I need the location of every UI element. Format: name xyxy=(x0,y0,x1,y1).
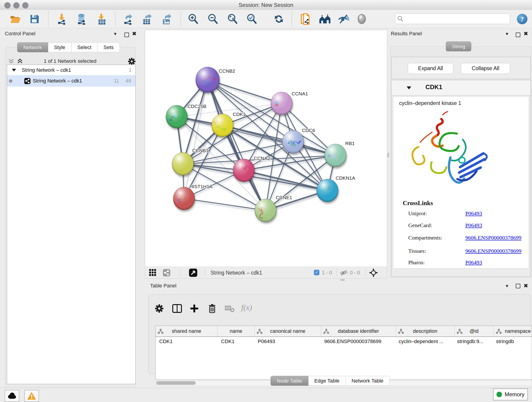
crosslink-link[interactable]: P06493 xyxy=(465,211,482,217)
table-cell[interactable]: CDK1 xyxy=(156,337,217,346)
import-network-file-icon[interactable] xyxy=(56,13,68,25)
expand-all-button[interactable]: Expand All xyxy=(408,63,453,74)
crosslink-link[interactable]: P06493 xyxy=(465,222,482,229)
tab-select[interactable]: Select xyxy=(71,42,98,52)
tab-edge-table[interactable]: Edge Table xyxy=(308,376,346,386)
horizontal-splitter-handle[interactable] xyxy=(340,279,345,281)
network-node-CCNA1[interactable] xyxy=(271,92,292,115)
panel-menu-icon[interactable]: ▼ xyxy=(113,32,117,36)
network-node-HIST1H1A[interactable] xyxy=(173,187,195,210)
panel-close-icon[interactable]: ✖ xyxy=(524,32,528,36)
selected-checkbox-icon[interactable]: ✓ xyxy=(314,270,319,275)
delete-columns-icon[interactable] xyxy=(208,304,216,313)
table-cell[interactable]: 9606.ENSP00000378699 xyxy=(321,337,395,346)
network-node-CCNB1[interactable] xyxy=(172,153,194,175)
network-node-CDKN1A[interactable] xyxy=(317,179,338,202)
zoom-in-icon[interactable] xyxy=(187,13,199,25)
panel-close-icon[interactable]: ✖ xyxy=(132,32,137,36)
network-node-CDC6[interactable] xyxy=(282,130,304,153)
search-input[interactable] xyxy=(404,13,510,24)
network-tree-root-row[interactable]: String Network – cdk1 1 xyxy=(7,65,135,75)
column-header-description[interactable]: description xyxy=(396,326,455,337)
zoom-selected-icon[interactable] xyxy=(246,13,258,25)
tree-expand-icon[interactable] xyxy=(12,68,17,72)
function-builder-icon[interactable]: f(x) xyxy=(241,303,252,312)
warning-button[interactable] xyxy=(24,390,39,402)
network-node-CDK1[interactable] xyxy=(212,114,233,137)
panel-close-icon[interactable]: ✖ xyxy=(524,283,528,288)
create-column-icon[interactable] xyxy=(190,304,199,313)
refresh-icon[interactable] xyxy=(273,13,285,25)
tab-node-table[interactable]: Node Table xyxy=(271,376,308,386)
collapse-all-button[interactable]: Collapse All xyxy=(461,63,510,74)
node-label-CCNA1: CCNA1 xyxy=(292,91,308,96)
table-cell[interactable]: stringdb:9... xyxy=(453,337,492,346)
tab-style[interactable]: Style xyxy=(48,42,71,52)
string-home-icon[interactable] xyxy=(319,13,330,25)
crosslink-link[interactable]: 9606.ENSP00000378699 xyxy=(465,235,521,241)
network-node-RB1[interactable] xyxy=(325,144,346,167)
column-header-id[interactable]: @id xyxy=(455,326,494,337)
column-header-namespace[interactable]: namespace xyxy=(494,326,532,337)
save-session-icon[interactable] xyxy=(29,13,40,25)
zoom-out-icon[interactable] xyxy=(207,13,219,25)
table-settings-gear-icon[interactable] xyxy=(155,304,164,313)
network-node-CDC25B[interactable] xyxy=(166,105,187,128)
column-header-sharedname[interactable]: shared name xyxy=(156,326,218,337)
tab-network[interactable]: Network xyxy=(17,42,48,52)
export-network-icon[interactable] xyxy=(122,13,134,25)
hide-selected-icon[interactable] xyxy=(338,13,349,25)
node-label-CDK1: CDK1 xyxy=(233,112,246,117)
birdseye-navigator-icon[interactable] xyxy=(369,268,378,277)
zoom-fit-icon[interactable] xyxy=(227,13,238,25)
column-header-name[interactable]: name xyxy=(218,326,254,337)
panel-float-icon[interactable] xyxy=(516,284,520,288)
network-tree-child-row[interactable]: String Network – cdk1 11 48 xyxy=(7,75,135,87)
column-header-canonicalname[interactable]: canonical name xyxy=(254,326,321,337)
network-canvas[interactable]: CCNB2CCNA1CDC25BCDK1CDC6RB1CCNB1CCNA2CDK… xyxy=(145,30,387,267)
memory-button[interactable]: Memory xyxy=(493,389,528,400)
panel-menu-icon[interactable]: ▼ xyxy=(505,32,509,36)
import-network-database-icon[interactable] xyxy=(76,13,88,25)
table-cell[interactable]: stringdb xyxy=(492,337,532,346)
table-row[interactable]: CDK1CDK1P064939606.ENSP00000378699cyclin… xyxy=(156,337,532,346)
tab-network-table[interactable]: Network Table xyxy=(346,376,390,386)
network-edge-CCNE1-HIST1H1A[interactable] xyxy=(184,198,266,211)
collapse-entry-icon[interactable] xyxy=(406,86,412,90)
import-table-icon[interactable] xyxy=(96,13,108,25)
vertical-splitter-handle[interactable] xyxy=(387,153,389,157)
network-edge-CCNB2-CCNE1[interactable] xyxy=(208,80,266,211)
export-table-icon[interactable] xyxy=(142,13,153,25)
panel-float-icon[interactable] xyxy=(516,32,520,37)
network-node-CCNB2[interactable] xyxy=(196,67,220,93)
grid-view-icon[interactable] xyxy=(149,269,157,276)
network-node-CCNE1[interactable] xyxy=(255,199,276,222)
panel-menu-icon[interactable]: ▼ xyxy=(505,284,509,288)
delete-table-icon[interactable] xyxy=(225,305,235,313)
tab-string[interactable]: String xyxy=(446,41,471,51)
network-node-CCNA2[interactable] xyxy=(233,159,254,182)
preview-sphere-icon[interactable] xyxy=(356,13,367,25)
open-session-icon[interactable] xyxy=(10,13,21,25)
network-options-gear-icon[interactable] xyxy=(128,58,135,65)
clone-network-icon[interactable] xyxy=(300,13,311,25)
network-view-share-icon[interactable] xyxy=(163,269,170,276)
hidden-eye-icon[interactable] xyxy=(340,270,348,276)
show-columns-icon[interactable] xyxy=(172,304,182,313)
table-cell[interactable]: CDK1 xyxy=(217,337,254,346)
scrollbar-thumb[interactable] xyxy=(156,381,196,385)
gene-name: CDK1 xyxy=(425,84,443,91)
table-cell[interactable]: cyclin–dependent ... xyxy=(395,337,453,346)
panel-float-icon[interactable] xyxy=(124,32,129,37)
column-header-databaseidentifier[interactable]: database identifier xyxy=(321,326,396,337)
help-icon[interactable]: ? xyxy=(516,13,528,25)
table-cell[interactable]: P06493 xyxy=(254,337,321,346)
tab-sets[interactable]: Sets xyxy=(98,42,120,52)
crosslink-link[interactable]: 9606.ENSP00000378699 xyxy=(465,248,521,254)
detach-view-icon[interactable] xyxy=(189,269,197,277)
crosslink-link[interactable]: P06493 xyxy=(465,259,482,266)
export-image-icon[interactable] xyxy=(161,13,173,25)
gene-header-row[interactable]: CDK1 xyxy=(392,80,530,96)
window-title: Session: New Session xyxy=(0,2,532,8)
cloud-button[interactable] xyxy=(5,390,19,402)
